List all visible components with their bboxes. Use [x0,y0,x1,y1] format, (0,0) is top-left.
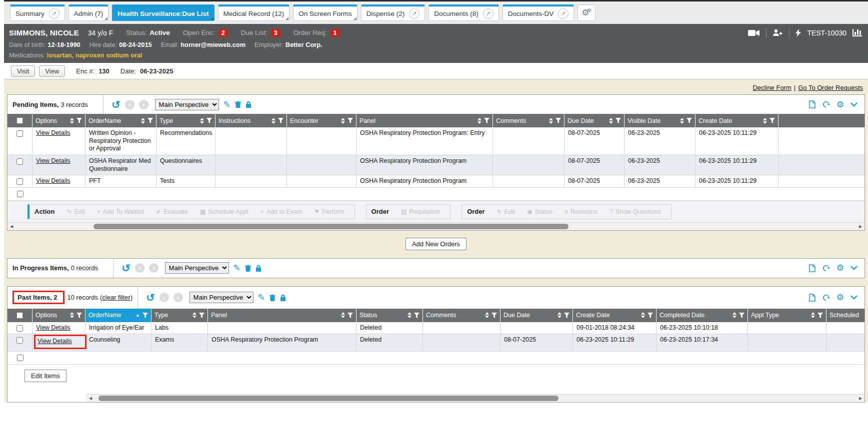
edit-pencil-icon[interactable]: ✎ [224,99,230,110]
collapse-chevron-icon[interactable] [850,266,858,270]
collapse-chevron-icon[interactable] [850,295,858,300]
settings-gear-icon[interactable]: ⚙ [836,263,844,273]
evaluate-button[interactable]: ✔Evaluate [151,207,193,217]
lock-icon[interactable] [280,294,286,301]
sort-icon[interactable] [141,118,145,124]
status-button[interactable]: ◉Status [522,207,558,217]
undo-icon[interactable]: ↺ [122,263,130,273]
row-checkbox[interactable] [16,337,23,344]
undo-icon[interactable]: ↺ [112,99,120,110]
sort-icon[interactable] [641,312,645,318]
column-header-due-date[interactable]: Due Date [564,114,624,127]
filter-funnel-icon[interactable] [278,118,284,123]
view-details-link[interactable]: View Details [36,157,70,164]
sort-icon[interactable] [558,312,562,318]
filter-funnel-icon[interactable] [556,118,561,123]
tab-medical-record-12[interactable]: Medical Record (12) [218,4,290,21]
sort-icon[interactable] [732,312,736,318]
filter-funnel-icon[interactable] [414,313,420,318]
perspective-select[interactable]: Main Perspective [155,99,219,110]
refresh-icon[interactable] [822,264,830,272]
video-camera-icon[interactable] [748,29,760,36]
view-details-link[interactable]: View Details [36,177,70,184]
sort-icon[interactable] [680,118,684,124]
perform-button[interactable]: ⚑Perform [309,207,349,217]
clear-filter-link[interactable]: clear filter [102,294,130,301]
edit-items-button[interactable]: Edit Items [24,370,66,382]
tab-documents-dv[interactable]: Documents-DV↗ [502,4,574,21]
next-icon[interactable]: › [174,293,183,302]
tab-settings-button[interactable]: ⚙⚙ [578,4,596,21]
add-new-orders-button[interactable]: Add New Orders [406,238,466,250]
sort-icon[interactable] [609,118,613,124]
column-header-completed-date[interactable]: Completed Date [656,309,748,322]
tab-on-screen-forms[interactable]: On Screen Forms [293,4,358,21]
sort-icon[interactable] [408,312,412,318]
filter-funnel-icon[interactable] [206,118,212,123]
show-questions-button[interactable]: ?Show Questions [604,207,666,217]
filter-funnel-icon[interactable] [348,118,353,123]
edit-button[interactable]: ✎Edit [62,207,90,217]
filter-funnel-icon[interactable] [492,313,497,318]
column-header-create-date[interactable]: Create Date [573,309,656,322]
select-all-checkbox[interactable] [16,117,23,124]
column-header-scheduled[interactable]: Scheduled [826,309,865,322]
sort-icon[interactable] [200,118,204,124]
edit-button[interactable]: ✎Edit [492,207,520,217]
filter-funnel-icon[interactable] [148,118,153,123]
row-checkbox[interactable] [16,130,23,137]
filter-funnel-icon[interactable] [348,313,353,318]
refresh-icon[interactable] [822,100,830,108]
filter-funnel-icon[interactable] [648,313,653,318]
previous-icon[interactable]: ‹ [160,293,169,302]
scroll-left-arrow[interactable]: ◀ [8,223,16,230]
filter-funnel-icon[interactable] [199,313,204,318]
trash-icon[interactable] [245,265,251,272]
view-details-link[interactable]: View Details [36,129,70,136]
column-header-appt-type[interactable]: Appt Type [748,309,826,322]
tab-dispense-2[interactable]: Dispense (2)↗ [361,4,426,21]
sort-icon[interactable] [70,118,74,124]
sort-icon[interactable] [70,312,74,318]
column-header-options[interactable]: Options [32,114,86,127]
column-header-type[interactable]: Type [156,114,216,127]
new-document-icon[interactable] [809,100,816,108]
lock-icon[interactable] [256,265,262,272]
sort-icon[interactable] [272,118,276,124]
column-header-options[interactable]: Options [32,309,86,322]
filter-funnel-icon[interactable] [484,118,490,123]
column-header-visible-date[interactable]: Visible Date [624,114,696,127]
sort-icon[interactable] [549,118,553,124]
sort-icon[interactable] [485,312,489,318]
column-header-instructions[interactable]: Instructions [216,114,287,127]
column-header-status[interactable]: Status [356,309,423,322]
sort-icon[interactable] [478,118,482,124]
trash-icon[interactable] [270,294,276,301]
add-person-icon[interactable] [772,29,783,36]
medications-value[interactable]: losartan, naproxen sodium oral [47,51,142,59]
filter-funnel-icon[interactable] [564,313,570,318]
column-header-due-date[interactable]: Due Date [500,309,573,322]
open-in-new-icon[interactable]: ↗ [49,8,60,19]
column-header-comments[interactable]: Comments [493,114,564,127]
column-header-comments[interactable]: Comments [423,309,500,322]
previous-icon[interactable]: ‹ [135,263,144,273]
view-details-link[interactable]: View Details [34,335,86,349]
column-header-type[interactable]: Type [152,309,208,322]
open-in-new-icon[interactable]: ↗ [483,8,494,19]
requisition-button[interactable]: ▤Requisition [396,207,445,217]
row-checkbox[interactable] [16,178,23,185]
column-header-create-date[interactable]: Create Date [696,114,778,127]
row-checkbox[interactable] [17,355,24,361]
settings-gear-icon[interactable]: ⚙ [836,292,844,303]
next-icon[interactable]: › [139,100,148,109]
filter-funnel-icon[interactable] [770,118,775,123]
tab-summary[interactable]: Summary↗ [10,4,65,21]
filter-funnel-icon[interactable] [616,118,621,123]
column-header-ordername[interactable]: OrderName [86,114,156,127]
new-document-icon[interactable] [809,294,816,302]
column-header-encounter[interactable]: Encounter [287,114,356,127]
lock-icon[interactable] [246,101,252,108]
perspective-select[interactable]: Main Perspective [165,262,229,274]
sort-icon[interactable] [341,118,345,124]
